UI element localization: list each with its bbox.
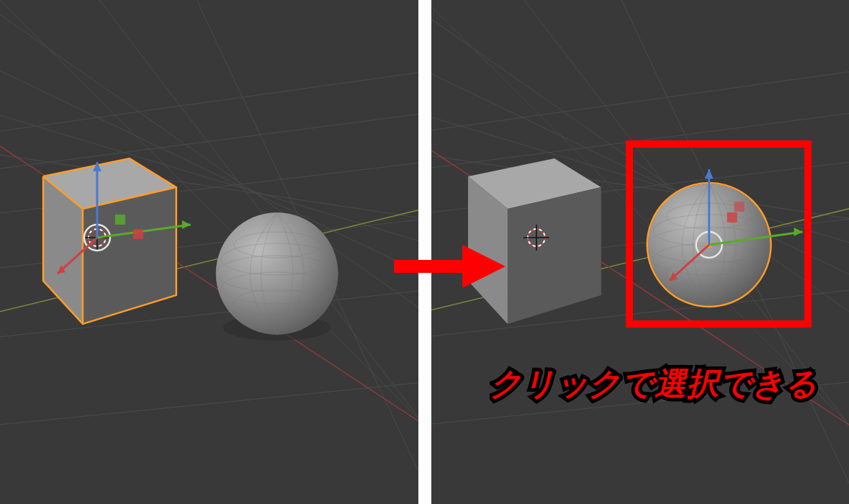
svg-marker-79	[704, 169, 713, 179]
object-sphere[interactable]	[216, 212, 338, 341]
comparison-container: クリックで選択できる	[0, 0, 849, 504]
annotation-caption: クリックで選択できる	[490, 360, 849, 417]
viewport-left[interactable]	[0, 0, 425, 504]
svg-marker-83	[462, 245, 506, 288]
svg-rect-40	[115, 215, 125, 225]
svg-marker-35	[182, 220, 191, 229]
svg-marker-75	[794, 228, 802, 236]
svg-rect-80	[727, 212, 737, 222]
svg-line-6	[0, 490, 425, 504]
arrow-annotation-icon	[390, 238, 506, 295]
svg-line-5	[0, 367, 425, 439]
svg-point-23	[216, 212, 338, 335]
svg-marker-59	[507, 187, 601, 324]
svg-rect-41	[133, 229, 143, 239]
svg-rect-81	[734, 202, 744, 212]
svg-text:クリックで選択できる: クリックで選択できる	[490, 366, 818, 401]
viewport-left-svg	[0, 0, 425, 504]
svg-line-48	[425, 490, 850, 504]
